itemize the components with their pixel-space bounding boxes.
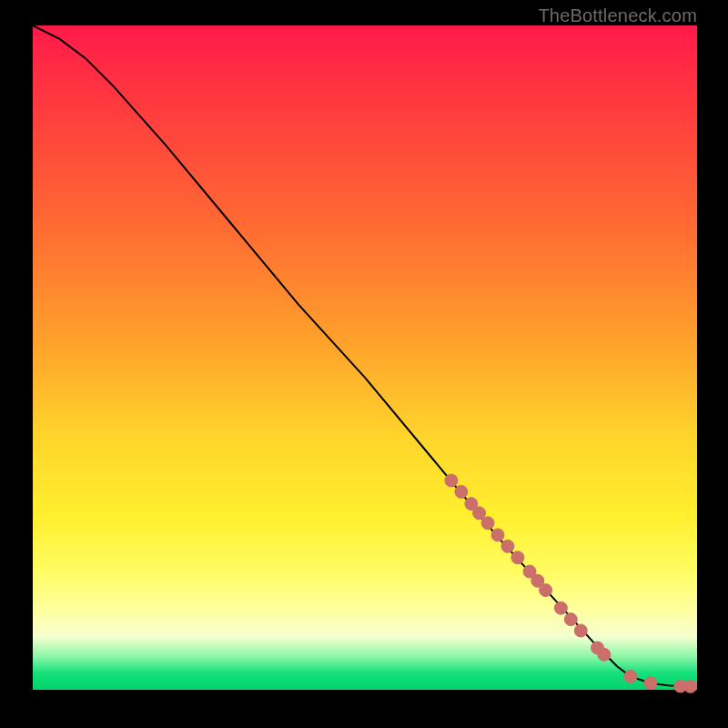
data-marker [564, 613, 577, 626]
data-marker [445, 474, 458, 487]
data-marker [598, 648, 611, 661]
data-marker [644, 677, 657, 690]
chart-svg [33, 25, 697, 690]
bottleneck-curve [33, 25, 691, 686]
chart-frame: TheBottleneck.com [0, 0, 728, 728]
data-marker [540, 584, 552, 597]
data-marker [455, 485, 468, 498]
data-marker [511, 551, 524, 564]
data-marker [554, 602, 567, 614]
data-marker [684, 680, 697, 693]
data-marker [624, 670, 637, 682]
data-marker [481, 517, 494, 530]
data-marker [491, 529, 504, 541]
marker-group [445, 474, 697, 693]
data-marker [473, 507, 486, 520]
watermark-text: TheBottleneck.com [538, 5, 697, 26]
plot-area [33, 25, 697, 690]
data-marker [501, 540, 514, 552]
data-marker [574, 624, 587, 637]
